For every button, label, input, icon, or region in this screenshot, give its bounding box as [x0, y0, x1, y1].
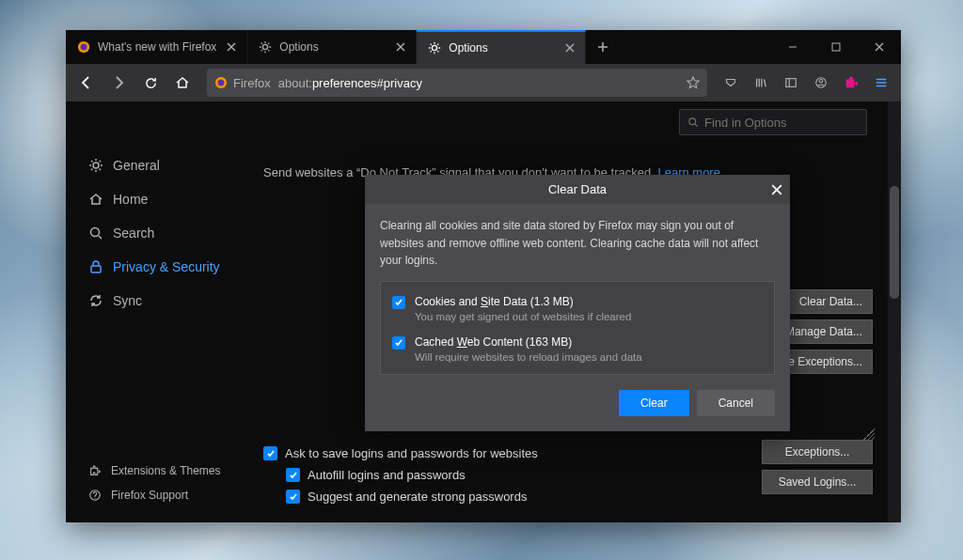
cache-option[interactable]: Cached Web Content (163 MB) Will require…: [392, 332, 763, 365]
svg-rect-7: [786, 79, 797, 87]
svg-rect-12: [855, 82, 858, 86]
tab-label: What's new with Firefox: [98, 40, 216, 54]
sync-icon: [88, 293, 103, 308]
close-window-button[interactable]: [858, 30, 901, 64]
scrollbar-thumb[interactable]: [890, 186, 899, 299]
menu-icon[interactable]: [867, 69, 895, 97]
svg-point-1: [81, 44, 87, 51]
dialog-actions: Clear Cancel: [380, 390, 775, 416]
gear-icon: [259, 40, 272, 54]
scrollbar[interactable]: [888, 101, 901, 522]
option-title: Cookies and Site Data (1.3 MB): [415, 295, 631, 308]
main-pane: Find in Options Send websites a “Do Not …: [254, 101, 901, 522]
sidebar-item-label: Extensions & Themes: [111, 464, 221, 477]
options-box: Cookies and Site Data (1.3 MB) You may g…: [380, 281, 775, 375]
gear-icon: [428, 41, 441, 54]
svg-rect-4: [832, 43, 840, 51]
reload-button[interactable]: [135, 68, 166, 98]
sidebar-item-label: Privacy & Security: [113, 259, 220, 274]
clear-data-dialog: Clear Data Clearing all cookies and site…: [365, 175, 790, 431]
svg-point-9: [819, 80, 823, 84]
sidebar-item-label: Search: [113, 226, 154, 241]
preferences-content: General Home Search Privacy & Security S…: [66, 101, 901, 522]
sidebar-item-label: General: [113, 158, 160, 173]
pocket-icon[interactable]: [717, 69, 745, 97]
svg-point-6: [218, 80, 225, 86]
close-icon[interactable]: [393, 39, 408, 54]
titlebar: What's new with Firefox Options Option: [66, 30, 901, 64]
sidebar-item-sync[interactable]: Sync: [85, 284, 254, 318]
maximize-button[interactable]: [814, 30, 858, 64]
new-tab-button[interactable]: [586, 30, 620, 64]
toolbar-actions: [717, 69, 895, 97]
tab-options-2[interactable]: Options: [417, 30, 586, 64]
svg-point-14: [91, 228, 100, 237]
sidebar-item-privacy[interactable]: Privacy & Security: [85, 250, 254, 284]
option-title: Cached Web Content (163 MB): [415, 335, 642, 349]
bookmark-star-icon[interactable]: [687, 76, 700, 89]
forward-button[interactable]: [103, 68, 134, 98]
tab-label: Options: [279, 40, 386, 54]
sidebar: General Home Search Privacy & Security S…: [66, 101, 254, 522]
minimize-button[interactable]: [771, 30, 814, 64]
close-icon[interactable]: [562, 40, 577, 55]
url-text: about:preferences#privacy: [278, 76, 679, 90]
firefox-icon: [77, 40, 90, 54]
dialog-header: Clear Data: [365, 175, 790, 204]
identity-label: Firefox: [233, 76, 271, 90]
sidebar-footer: Extensions & Themes Firefox Support: [85, 459, 254, 507]
home-icon: [88, 192, 103, 207]
sidebar-item-support[interactable]: Firefox Support: [85, 483, 254, 507]
option-subtext: Will require websites to reload images a…: [415, 351, 642, 363]
svg-rect-15: [91, 266, 101, 272]
lock-icon: [88, 259, 103, 274]
dialog-description: Clearing all cookies and site data store…: [380, 217, 775, 270]
tab-whats-new[interactable]: What's new with Firefox: [66, 30, 247, 64]
identity-box[interactable]: Firefox: [214, 76, 271, 90]
checkbox-checked-icon: [392, 296, 405, 309]
nav-toolbar: Firefox about:preferences#privacy: [66, 64, 901, 101]
search-icon: [88, 226, 103, 241]
cancel-button[interactable]: Cancel: [697, 390, 775, 416]
window-controls: [771, 30, 901, 64]
sidebar-item-label: Firefox Support: [111, 489, 188, 502]
extension-icon[interactable]: [837, 69, 865, 97]
sidebar-item-label: Sync: [113, 293, 142, 308]
dialog-title: Clear Data: [548, 182, 607, 196]
dialog-body: Clearing all cookies and site data store…: [365, 204, 790, 431]
tab-strip: What's new with Firefox Options Option: [66, 30, 771, 64]
svg-point-13: [93, 163, 99, 168]
svg-rect-10: [846, 80, 855, 88]
sidebar-item-label: Home: [113, 192, 148, 207]
tab-options-1[interactable]: Options: [247, 30, 417, 64]
question-icon: [88, 489, 102, 502]
firefox-icon: [214, 76, 228, 89]
sidebar-item-home[interactable]: Home: [85, 182, 254, 216]
option-subtext: You may get signed out of websites if cl…: [415, 311, 631, 322]
sidebar-item-general[interactable]: General: [85, 148, 254, 182]
sidebar-item-search[interactable]: Search: [85, 216, 254, 250]
sidebar-item-extensions[interactable]: Extensions & Themes: [85, 459, 254, 483]
svg-point-3: [433, 45, 437, 50]
account-icon[interactable]: [807, 69, 835, 97]
modal-overlay: Clear Data Clearing all cookies and site…: [254, 101, 901, 522]
back-button[interactable]: [71, 68, 102, 98]
tab-label: Options: [449, 41, 555, 54]
close-icon[interactable]: [771, 184, 782, 195]
clear-button[interactable]: Clear: [619, 390, 689, 416]
svg-point-2: [263, 44, 268, 49]
gear-icon: [88, 158, 103, 173]
close-icon[interactable]: [224, 39, 239, 54]
url-bar[interactable]: Firefox about:preferences#privacy: [207, 69, 707, 97]
library-icon[interactable]: [747, 69, 775, 97]
firefox-window: What's new with Firefox Options Option: [66, 30, 901, 522]
svg-rect-11: [849, 77, 853, 81]
puzzle-icon: [88, 464, 102, 477]
home-button[interactable]: [167, 68, 197, 98]
sidebar-icon[interactable]: [777, 69, 805, 97]
cookies-option[interactable]: Cookies and Site Data (1.3 MB) You may g…: [392, 291, 763, 332]
checkbox-checked-icon: [392, 336, 405, 350]
